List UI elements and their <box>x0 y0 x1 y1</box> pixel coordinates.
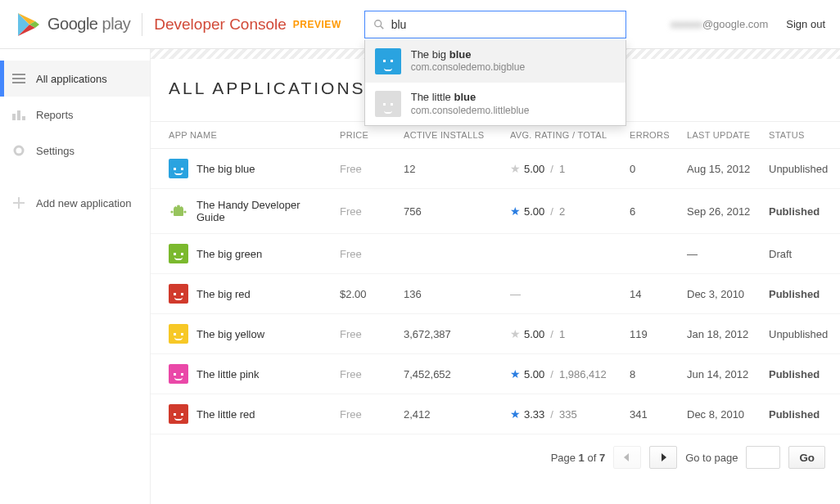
pager: Page 1 of 7 Go to page Go <box>151 434 840 480</box>
sidebar-item-reports[interactable]: Reports <box>0 97 150 133</box>
svg-point-17 <box>170 210 173 213</box>
chevron-left-icon <box>623 453 631 461</box>
table-row[interactable]: The big blue Free 12 ★ 5.00 / 1 0 Aug 15… <box>151 149 840 189</box>
app-errors: 119 <box>625 314 682 354</box>
app-price: $2.00 <box>335 274 399 314</box>
app-status: Unpublished <box>764 149 840 189</box>
app-installs: 756 <box>399 189 505 234</box>
topbar: Google play Developer Console PREVIEW Th… <box>0 0 840 49</box>
app-errors: 341 <box>625 394 682 434</box>
menu-icon <box>11 71 26 86</box>
bars-icon <box>11 107 26 122</box>
app-name: The little red <box>169 404 330 424</box>
console-label: Developer Console <box>154 16 287 34</box>
app-rating <box>505 234 625 274</box>
chevron-right-icon <box>659 453 667 461</box>
app-status: Published <box>764 394 840 434</box>
add-application-button[interactable]: Add new application <box>0 185 150 221</box>
table-row[interactable]: The Handy Developer Guide Free 756 ★ 5.0… <box>151 189 840 234</box>
col-update[interactable]: LAST UPDATE <box>682 122 764 149</box>
app-installs: 12 <box>399 149 505 189</box>
app-name: The big yellow <box>169 324 330 344</box>
app-name: The big green <box>169 244 330 263</box>
app-icon <box>169 324 188 344</box>
app-rating: ★ 3.33 / 335 <box>505 394 625 434</box>
app-update: Aug 15, 2012 <box>682 149 764 189</box>
app-update: Jun 14, 2012 <box>682 354 764 394</box>
app-price: Free <box>335 149 399 189</box>
app-status: Published <box>764 189 840 234</box>
col-status[interactable]: STATUS <box>764 122 840 149</box>
suggestion-text: The big blue com.consoledemo.bigblue <box>411 48 525 74</box>
app-errors <box>625 234 682 274</box>
goto-page-input[interactable] <box>746 446 780 469</box>
apps-table: APP NAME PRICE ACTIVE INSTALLS AVG. RATI… <box>151 121 840 434</box>
sidebar-item-label: Add new application <box>36 197 131 209</box>
table-row[interactable]: The little red Free 2,412 ★ 3.33 / 335 3… <box>151 394 840 434</box>
sidebar-item-settings[interactable]: Settings <box>0 133 150 169</box>
app-status: Published <box>764 354 840 394</box>
app-update: Sep 26, 2012 <box>682 189 764 234</box>
svg-point-4 <box>374 20 381 26</box>
svg-rect-15 <box>13 202 25 204</box>
app-rating: — <box>505 274 625 314</box>
svg-rect-16 <box>174 208 183 216</box>
col-name[interactable]: APP NAME <box>151 122 335 149</box>
app-update: Dec 8, 2010 <box>682 394 764 434</box>
svg-point-18 <box>183 210 186 213</box>
sidebar-item-all-applications[interactable]: All applications <box>0 61 150 97</box>
svg-line-5 <box>380 25 383 29</box>
search-box[interactable] <box>364 11 626 38</box>
app-installs: 3,672,387 <box>399 314 505 354</box>
app-icon <box>169 364 188 384</box>
app-status: Draft <box>764 234 840 274</box>
app-name: The big blue <box>169 159 330 178</box>
app-installs: 7,452,652 <box>399 354 505 394</box>
prev-page-button[interactable] <box>613 446 641 469</box>
app-price: Free <box>335 189 399 234</box>
sidebar-item-label: Settings <box>36 145 75 157</box>
sidebar-item-label: Reports <box>36 109 74 121</box>
app-rating: ★ 5.00 / 1 <box>505 149 625 189</box>
table-row[interactable]: The big yellow Free 3,672,387 ★ 5.00 / 1… <box>151 314 840 354</box>
app-icon <box>169 284 188 304</box>
search-icon <box>373 19 385 30</box>
goto-label: Go to page <box>685 452 738 464</box>
divider <box>142 13 142 36</box>
svg-point-19 <box>176 205 178 207</box>
next-page-button[interactable] <box>649 446 677 469</box>
app-errors: 14 <box>625 274 682 314</box>
app-price: Free <box>335 394 399 434</box>
app-errors: 0 <box>625 149 682 189</box>
goto-page-button[interactable]: Go <box>788 446 825 469</box>
search-wrap: The big blue com.consoledemo.bigblue The… <box>364 11 626 38</box>
svg-rect-10 <box>17 110 20 120</box>
svg-point-20 <box>180 205 182 207</box>
table-row[interactable]: The big red $2.00 136 — 14 Dec 3, 2010 P… <box>151 274 840 314</box>
preview-badge: PREVIEW <box>293 19 341 30</box>
user-email: xxxxxx@google.com <box>671 18 768 30</box>
suggestion-item[interactable]: The little blue com.consoledemo.littlebl… <box>365 83 625 125</box>
app-update: — <box>682 234 764 274</box>
app-installs: 136 <box>399 274 505 314</box>
sign-out-link[interactable]: Sign out <box>786 18 825 30</box>
app-update: Dec 3, 2010 <box>682 274 764 314</box>
brand: Google play <box>47 15 130 34</box>
svg-marker-22 <box>662 453 666 461</box>
suggestion-item[interactable]: The big blue com.consoledemo.bigblue <box>365 40 625 83</box>
svg-rect-6 <box>12 74 25 75</box>
search-input[interactable] <box>391 18 617 31</box>
svg-rect-9 <box>12 114 16 120</box>
app-errors: 8 <box>625 354 682 394</box>
svg-rect-7 <box>12 78 25 79</box>
app-icon <box>375 91 401 117</box>
app-name: The little pink <box>169 364 330 384</box>
table-row[interactable]: The little pink Free 7,452,652 ★ 5.00 / … <box>151 354 840 394</box>
col-errors[interactable]: ERRORS <box>625 122 682 149</box>
app-icon <box>169 159 188 178</box>
page-indicator: Page 1 of 7 <box>551 452 606 464</box>
account-area: xxxxxx@google.com Sign out <box>671 18 825 30</box>
table-row[interactable]: The big green Free — Draft <box>151 234 840 274</box>
app-price: Free <box>335 314 399 354</box>
app-status: Published <box>764 274 840 314</box>
